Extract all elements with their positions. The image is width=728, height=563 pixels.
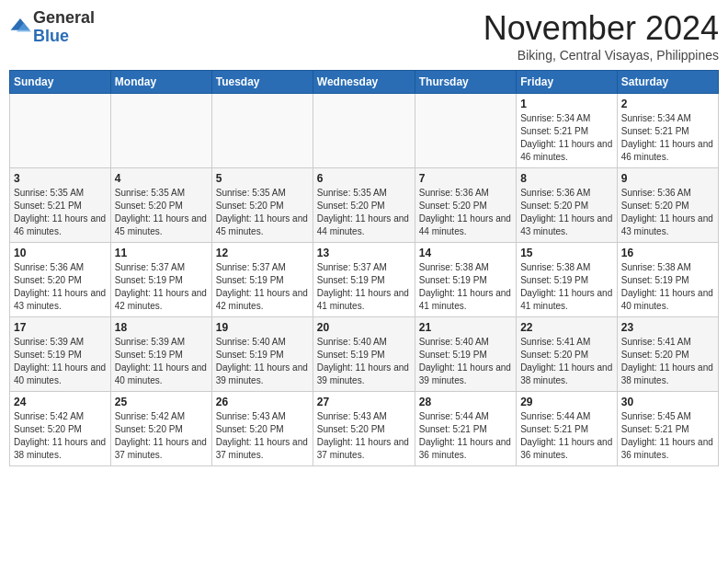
title-block: November 2024 Biking, Central Visayas, P… <box>483 9 719 63</box>
day-info: Sunrise: 5:36 AM Sunset: 5:20 PM Dayligh… <box>520 187 613 238</box>
day-number: 2 <box>621 98 714 110</box>
day-info: Sunrise: 5:35 AM Sunset: 5:20 PM Dayligh… <box>115 187 208 238</box>
day-info: Sunrise: 5:36 AM Sunset: 5:20 PM Dayligh… <box>621 187 714 238</box>
weekday-header-friday: Friday <box>517 71 618 94</box>
day-number: 18 <box>115 321 208 334</box>
calendar-cell <box>110 94 211 168</box>
calendar-cell: 7Sunrise: 5:36 AM Sunset: 5:20 PM Daylig… <box>415 168 516 243</box>
day-number: 24 <box>14 396 107 408</box>
logo: General Blue <box>9 9 95 46</box>
calendar-cell: 18Sunrise: 5:39 AM Sunset: 5:19 PM Dayli… <box>110 317 211 392</box>
calendar-cell: 1Sunrise: 5:34 AM Sunset: 5:21 PM Daylig… <box>517 94 618 168</box>
day-number: 13 <box>317 247 411 259</box>
day-info: Sunrise: 5:41 AM Sunset: 5:20 PM Dayligh… <box>520 336 613 387</box>
day-info: Sunrise: 5:44 AM Sunset: 5:21 PM Dayligh… <box>419 410 512 462</box>
weekday-header-monday: Monday <box>110 71 211 94</box>
calendar-cell: 15Sunrise: 5:38 AM Sunset: 5:19 PM Dayli… <box>517 243 618 317</box>
day-number: 5 <box>216 172 309 185</box>
calendar-cell: 28Sunrise: 5:44 AM Sunset: 5:21 PM Dayli… <box>415 392 516 466</box>
calendar-cell: 8Sunrise: 5:36 AM Sunset: 5:20 PM Daylig… <box>517 168 618 243</box>
logo-icon <box>9 17 31 35</box>
calendar-cell <box>313 94 415 168</box>
day-info: Sunrise: 5:37 AM Sunset: 5:19 PM Dayligh… <box>317 261 411 313</box>
day-number: 27 <box>317 396 411 408</box>
day-info: Sunrise: 5:43 AM Sunset: 5:20 PM Dayligh… <box>216 410 309 462</box>
calendar-cell: 3Sunrise: 5:35 AM Sunset: 5:21 PM Daylig… <box>10 168 111 243</box>
day-info: Sunrise: 5:35 AM Sunset: 5:20 PM Dayligh… <box>317 187 411 238</box>
day-number: 4 <box>115 172 208 185</box>
day-info: Sunrise: 5:34 AM Sunset: 5:21 PM Dayligh… <box>520 112 613 164</box>
calendar-cell: 17Sunrise: 5:39 AM Sunset: 5:19 PM Dayli… <box>10 317 111 392</box>
day-info: Sunrise: 5:40 AM Sunset: 5:19 PM Dayligh… <box>317 336 411 387</box>
calendar-cell: 2Sunrise: 5:34 AM Sunset: 5:21 PM Daylig… <box>617 94 718 168</box>
day-number: 7 <box>419 172 512 185</box>
calendar-cell: 27Sunrise: 5:43 AM Sunset: 5:20 PM Dayli… <box>313 392 415 466</box>
day-number: 22 <box>520 321 613 334</box>
day-info: Sunrise: 5:37 AM Sunset: 5:19 PM Dayligh… <box>115 261 208 313</box>
day-number: 29 <box>520 396 613 408</box>
day-number: 26 <box>216 396 309 408</box>
calendar-week-row: 24Sunrise: 5:42 AM Sunset: 5:20 PM Dayli… <box>10 392 719 466</box>
day-info: Sunrise: 5:38 AM Sunset: 5:19 PM Dayligh… <box>520 261 613 313</box>
calendar-cell: 16Sunrise: 5:38 AM Sunset: 5:19 PM Dayli… <box>617 243 718 317</box>
day-info: Sunrise: 5:38 AM Sunset: 5:19 PM Dayligh… <box>419 261 512 313</box>
day-number: 14 <box>419 247 512 259</box>
calendar-week-row: 3Sunrise: 5:35 AM Sunset: 5:21 PM Daylig… <box>10 168 719 243</box>
weekday-header-sunday: Sunday <box>10 71 111 94</box>
month-year-title: November 2024 <box>483 9 719 48</box>
day-info: Sunrise: 5:39 AM Sunset: 5:19 PM Dayligh… <box>14 336 107 387</box>
calendar-cell <box>415 94 516 168</box>
day-info: Sunrise: 5:38 AM Sunset: 5:19 PM Dayligh… <box>621 261 714 313</box>
calendar-cell: 30Sunrise: 5:45 AM Sunset: 5:21 PM Dayli… <box>617 392 718 466</box>
day-info: Sunrise: 5:36 AM Sunset: 5:20 PM Dayligh… <box>419 187 512 238</box>
day-number: 15 <box>520 247 613 259</box>
weekday-header-wednesday: Wednesday <box>313 71 415 94</box>
calendar-cell <box>10 94 111 168</box>
day-info: Sunrise: 5:40 AM Sunset: 5:19 PM Dayligh… <box>419 336 512 387</box>
day-number: 17 <box>14 321 107 334</box>
calendar-cell: 25Sunrise: 5:42 AM Sunset: 5:20 PM Dayli… <box>110 392 211 466</box>
calendar-cell: 21Sunrise: 5:40 AM Sunset: 5:19 PM Dayli… <box>415 317 516 392</box>
day-info: Sunrise: 5:43 AM Sunset: 5:20 PM Dayligh… <box>317 410 411 462</box>
day-number: 28 <box>419 396 512 408</box>
calendar-cell: 24Sunrise: 5:42 AM Sunset: 5:20 PM Dayli… <box>10 392 111 466</box>
day-number: 11 <box>115 247 208 259</box>
calendar-cell: 4Sunrise: 5:35 AM Sunset: 5:20 PM Daylig… <box>110 168 211 243</box>
weekday-header-row: SundayMondayTuesdayWednesdayThursdayFrid… <box>10 71 719 94</box>
day-number: 16 <box>621 247 714 259</box>
day-number: 1 <box>520 98 613 110</box>
calendar-week-row: 1Sunrise: 5:34 AM Sunset: 5:21 PM Daylig… <box>10 94 719 168</box>
day-info: Sunrise: 5:39 AM Sunset: 5:19 PM Dayligh… <box>115 336 208 387</box>
calendar-cell: 9Sunrise: 5:36 AM Sunset: 5:20 PM Daylig… <box>617 168 718 243</box>
calendar-cell: 5Sunrise: 5:35 AM Sunset: 5:20 PM Daylig… <box>211 168 313 243</box>
calendar-cell: 14Sunrise: 5:38 AM Sunset: 5:19 PM Dayli… <box>415 243 516 317</box>
day-info: Sunrise: 5:36 AM Sunset: 5:20 PM Dayligh… <box>14 261 107 313</box>
day-number: 20 <box>317 321 411 334</box>
day-number: 30 <box>621 396 714 408</box>
calendar-cell: 26Sunrise: 5:43 AM Sunset: 5:20 PM Dayli… <box>211 392 313 466</box>
calendar-week-row: 17Sunrise: 5:39 AM Sunset: 5:19 PM Dayli… <box>10 317 719 392</box>
day-info: Sunrise: 5:35 AM Sunset: 5:21 PM Dayligh… <box>14 187 107 238</box>
weekday-header-saturday: Saturday <box>617 71 718 94</box>
day-info: Sunrise: 5:34 AM Sunset: 5:21 PM Dayligh… <box>621 112 714 164</box>
logo-blue-text: Blue <box>33 27 69 45</box>
day-number: 8 <box>520 172 613 185</box>
calendar-cell: 11Sunrise: 5:37 AM Sunset: 5:19 PM Dayli… <box>110 243 211 317</box>
day-info: Sunrise: 5:37 AM Sunset: 5:19 PM Dayligh… <box>216 261 309 313</box>
weekday-header-tuesday: Tuesday <box>211 71 313 94</box>
calendar-cell: 29Sunrise: 5:44 AM Sunset: 5:21 PM Dayli… <box>517 392 618 466</box>
calendar-cell: 19Sunrise: 5:40 AM Sunset: 5:19 PM Dayli… <box>211 317 313 392</box>
calendar-table: SundayMondayTuesdayWednesdayThursdayFrid… <box>9 70 719 466</box>
day-number: 19 <box>216 321 309 334</box>
calendar-cell: 10Sunrise: 5:36 AM Sunset: 5:20 PM Dayli… <box>10 243 111 317</box>
calendar-week-row: 10Sunrise: 5:36 AM Sunset: 5:20 PM Dayli… <box>10 243 719 317</box>
day-number: 9 <box>621 172 714 185</box>
page-header: General Blue November 2024 Biking, Centr… <box>9 9 719 63</box>
calendar-cell: 22Sunrise: 5:41 AM Sunset: 5:20 PM Dayli… <box>517 317 618 392</box>
day-info: Sunrise: 5:35 AM Sunset: 5:20 PM Dayligh… <box>216 187 309 238</box>
calendar-cell: 13Sunrise: 5:37 AM Sunset: 5:19 PM Dayli… <box>313 243 415 317</box>
day-number: 12 <box>216 247 309 259</box>
day-info: Sunrise: 5:41 AM Sunset: 5:20 PM Dayligh… <box>621 336 714 387</box>
day-number: 6 <box>317 172 411 185</box>
day-number: 23 <box>621 321 714 334</box>
